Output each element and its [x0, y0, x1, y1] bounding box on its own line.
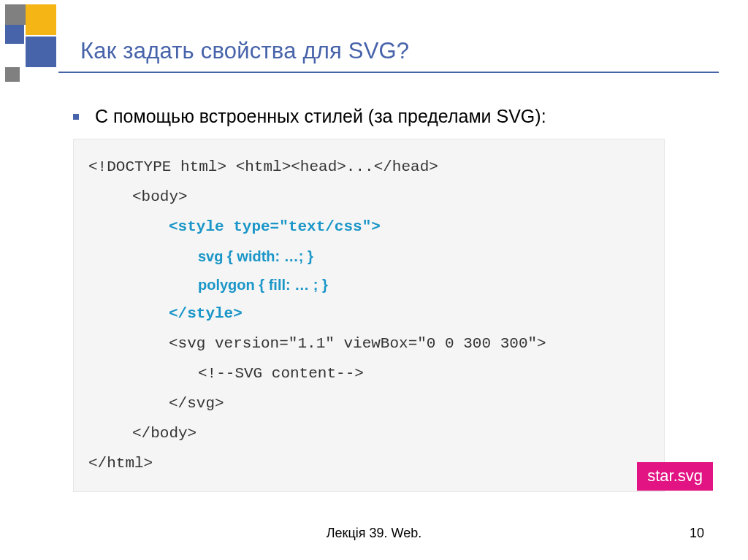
code-line: <svg version="1.1" viewBox="0 0 300 300"… — [169, 329, 649, 359]
decor-square — [26, 4, 56, 35]
code-line: <style type="text/css"> — [169, 212, 649, 242]
code-line: <!--SVG content--> — [198, 359, 649, 389]
code-block: <!DOCTYPE html> <html><head>...</head> <… — [73, 139, 665, 492]
slide-title: Как задать свойства для SVG? — [80, 38, 409, 64]
filename-badge: star.svg — [637, 462, 713, 491]
code-line: <!DOCTYPE html> <html><head>...</head> — [88, 153, 649, 183]
code-line: </html> — [88, 449, 649, 479]
footer-text: Лекція 39. Web. — [0, 526, 748, 541]
code-line: </body> — [132, 419, 649, 449]
code-line: polygon { fill: … ; } — [198, 271, 649, 299]
title-underline — [58, 72, 719, 73]
code-line: </style> — [169, 299, 649, 329]
decor-square — [5, 67, 20, 82]
code-line: </svg> — [169, 389, 649, 419]
decor-square — [5, 4, 26, 25]
decor-square — [26, 37, 56, 67]
page-number: 10 — [690, 526, 704, 541]
code-line: svg { width: …; } — [198, 242, 649, 271]
bullet-icon — [73, 114, 79, 120]
bullet-text: С помощью встроенных стилей (за пределам… — [95, 106, 546, 127]
slide: Как задать свойства для SVG? С помощью в… — [0, 0, 748, 560]
code-line: <body> — [132, 183, 649, 212]
decor-square — [5, 25, 24, 44]
bullet-item: С помощью встроенных стилей (за пределам… — [73, 106, 546, 127]
